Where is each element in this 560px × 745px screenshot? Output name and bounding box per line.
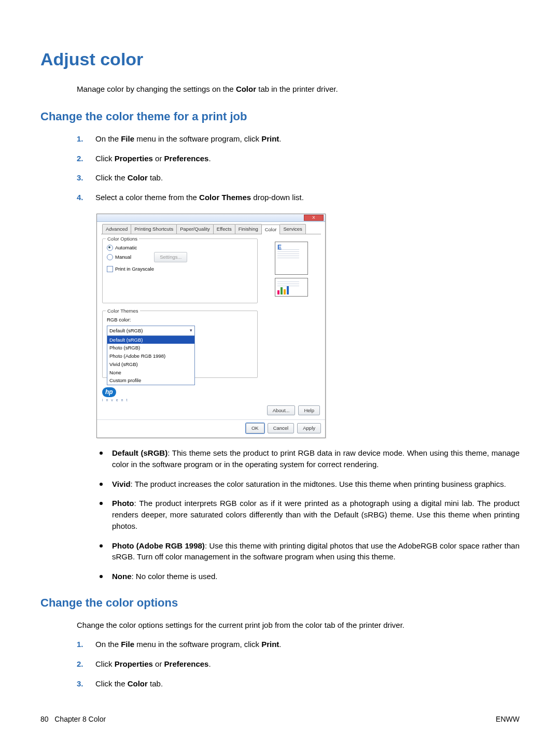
rgb-color-label: RGB color: — [107, 316, 253, 324]
steps-list: 1. On the File menu in the software prog… — [40, 639, 520, 689]
checkbox-grayscale-row[interactable]: Print in Grayscale — [107, 265, 253, 273]
step-item: 2. Click Properties or Preferences. — [77, 153, 520, 164]
text-bold: Properties — [115, 659, 153, 668]
list-item: Photo (Adobe RGB 1998): Use this theme w… — [96, 540, 520, 563]
text: On the — [95, 134, 121, 143]
checkbox-icon[interactable] — [107, 266, 113, 272]
text-bold: Color — [128, 679, 148, 688]
list-item: None: No color theme is used. — [96, 571, 520, 582]
preview-chart-icon — [275, 278, 308, 297]
dialog-secondary-buttons: About... Help — [102, 405, 320, 416]
step-item: 1. On the File menu in the software prog… — [77, 639, 520, 650]
select-value: Default (sRGB) — [109, 327, 143, 334]
step-number: 3. — [77, 678, 91, 690]
tab-effects[interactable]: Effects — [213, 224, 235, 234]
apply-button[interactable]: Apply — [297, 423, 321, 433]
tab-services[interactable]: Services — [279, 224, 305, 234]
tab-finishing[interactable]: Finishing — [235, 224, 262, 234]
step-number: 1. — [77, 639, 91, 650]
text-bold: Preferences — [164, 659, 209, 668]
dialog-screenshot: X Advanced Printing Shortcuts Paper/Qual… — [96, 214, 520, 438]
tab-printing-shortcuts[interactable]: Printing Shortcuts — [131, 224, 177, 234]
radio-icon[interactable] — [107, 254, 113, 260]
select-option[interactable]: Custom profile — [107, 376, 194, 385]
select-listbox: Default (sRGB) Photo (sRGB) Photo (Adobe… — [107, 336, 195, 386]
step-number: 3. — [77, 172, 91, 184]
close-icon[interactable]: X — [304, 215, 324, 221]
print-properties-dialog: X Advanced Printing Shortcuts Paper/Qual… — [96, 214, 326, 438]
tab-panel-color: Color Options Automatic Manual Settings.… — [101, 234, 321, 417]
settings-button[interactable]: Settings... — [154, 252, 187, 262]
rgb-color-select[interactable]: Default (sRGB) ▾ Default (sRGB) Photo (s… — [107, 326, 195, 385]
step-item: 3. Click the Color tab. — [77, 172, 520, 184]
dialog-primary-buttons: OK Cancel Apply — [97, 419, 325, 438]
page-number: 80 — [40, 715, 49, 723]
tab-advanced[interactable]: Advanced — [102, 224, 131, 234]
text-bold: Photo (Adobe RGB 1998) — [112, 541, 205, 550]
select-option[interactable]: None — [107, 369, 194, 377]
select-option[interactable]: Vivid (sRGB) — [107, 360, 194, 369]
text: tab in the printer driver. — [256, 85, 338, 93]
text-bold: Vivid — [112, 480, 131, 488]
group-color-themes: Color Themes RGB color: Default (sRGB) ▾… — [102, 311, 258, 378]
text: : The product increases the color satura… — [131, 480, 506, 488]
radio-label: Automatic — [115, 244, 137, 251]
text: . — [279, 134, 281, 143]
radio-icon[interactable] — [107, 245, 113, 251]
text: menu in the software program, click — [134, 134, 261, 143]
text-bold: Color Themes — [199, 193, 251, 202]
text: menu in the software program, click — [134, 640, 261, 649]
text-bold: File — [121, 134, 134, 143]
footer-brand: ENWW — [496, 714, 520, 724]
select-option[interactable]: Default (sRGB) — [107, 336, 194, 344]
hp-tagline: i n v e n t — [102, 398, 258, 403]
text: . — [208, 154, 211, 163]
text: On the — [95, 640, 121, 649]
preview-sheet-icon: E — [275, 242, 308, 275]
radio-automatic-row[interactable]: Automatic — [107, 244, 253, 251]
text: : This theme sets the product to print R… — [112, 448, 520, 469]
text: drop-down list. — [251, 193, 304, 202]
select-option[interactable]: Photo (sRGB) — [107, 344, 194, 352]
text: Select a color theme from the — [95, 193, 199, 202]
text-bold: Color — [236, 85, 256, 93]
theme-descriptions: Default (sRGB): This theme sets the prod… — [40, 447, 520, 582]
text-bold: Properties — [115, 154, 153, 163]
section-heading: Change the color options — [40, 595, 520, 611]
text-bold: Print — [261, 134, 279, 143]
tab-strip: Advanced Printing Shortcuts Paper/Qualit… — [101, 224, 321, 234]
text-bold: Default (sRGB) — [112, 448, 167, 457]
ok-button[interactable]: OK — [246, 423, 264, 433]
cancel-button[interactable]: Cancel — [268, 423, 295, 433]
preview-column: E — [263, 238, 320, 403]
hp-branding: hp i n v e n t — [102, 385, 258, 403]
step-number: 4. — [77, 192, 91, 203]
text: tab. — [148, 173, 163, 182]
tab-paper-quality[interactable]: Paper/Quality — [176, 224, 214, 234]
help-button[interactable]: Help — [298, 405, 320, 416]
text: Manage color by changing the settings on… — [77, 85, 236, 93]
text: : No color theme is used. — [132, 572, 218, 581]
step-number: 2. — [77, 153, 91, 164]
list-item: Default (sRGB): This theme sets the prod… — [96, 447, 520, 470]
radio-label: Manual — [115, 254, 131, 261]
radio-manual-row[interactable]: Manual Settings... — [107, 252, 253, 262]
text: : The product interprets RGB color as if… — [112, 499, 520, 530]
text-bold: Color — [128, 173, 148, 182]
about-button[interactable]: About... — [267, 405, 296, 416]
select-head[interactable]: Default (sRGB) ▾ — [107, 326, 195, 336]
text-bold: File — [121, 640, 134, 649]
tab-color[interactable]: Color — [261, 224, 281, 234]
step-item: 3. Click the Color tab. — [77, 678, 520, 690]
step-item: 1. On the File menu in the software prog… — [77, 133, 520, 145]
text: Click the — [95, 173, 128, 182]
step-item: 2. Click Properties or Preferences. — [77, 658, 520, 670]
page-title: Adjust color — [40, 47, 520, 72]
chevron-down-icon: ▾ — [190, 327, 192, 334]
text: tab. — [148, 679, 163, 688]
text: . — [279, 640, 281, 649]
text: Click the — [95, 679, 128, 688]
section-heading: Change the color theme for a print job — [40, 108, 520, 125]
list-item: Vivid: The product increases the color s… — [96, 479, 520, 490]
select-option[interactable]: Photo (Adobe RGB 1998) — [107, 352, 194, 360]
